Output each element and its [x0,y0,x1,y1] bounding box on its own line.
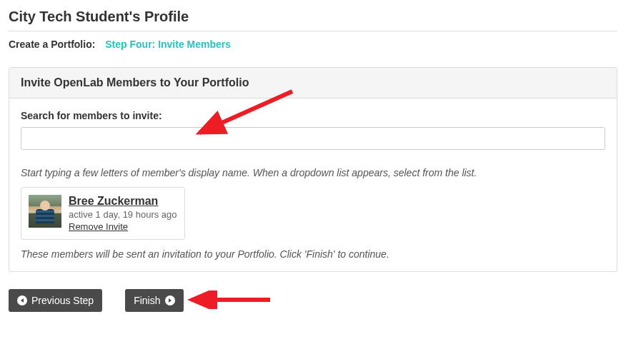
member-card: Bree Zuckerman active 1 day, 19 hours ag… [21,187,185,240]
breadcrumb: Create a Portfolio: Step Four: Invite Me… [9,39,617,50]
finish-button[interactable]: Finish [125,289,183,312]
previous-step-button[interactable]: Previous Step [9,289,102,312]
divider [9,31,617,31]
panel-body: Search for members to invite: Start typi… [9,98,617,271]
chevron-right-icon [165,295,175,305]
finish-label: Finish [134,295,160,306]
search-input[interactable] [21,127,605,150]
previous-step-label: Previous Step [31,295,94,306]
buttons-row: Previous Step Finish [9,289,617,312]
invite-note: These members will be sent an invitation… [21,248,605,260]
member-active-text: active 1 day, 19 hours ago [69,209,177,220]
member-name-link[interactable]: Bree Zuckerman [69,195,177,208]
panel-header: Invite OpenLab Members to Your Portfolio [9,68,617,98]
chevron-left-icon [17,295,27,305]
breadcrumb-label: Create a Portfolio: [9,39,95,50]
annotation-arrow-finish [186,290,272,309]
invite-panel: Invite OpenLab Members to Your Portfolio… [9,67,617,272]
search-label: Search for members to invite: [21,110,605,121]
remove-invite-link[interactable]: Remove Invite [69,221,177,232]
page-title: City Tech Student's Profile [9,9,617,25]
search-row [21,127,605,150]
avatar [29,195,61,228]
member-info: Bree Zuckerman active 1 day, 19 hours ag… [69,195,177,232]
breadcrumb-step: Step Four: Invite Members [105,39,231,50]
helper-text: Start typing a few letters of member's d… [21,167,605,178]
